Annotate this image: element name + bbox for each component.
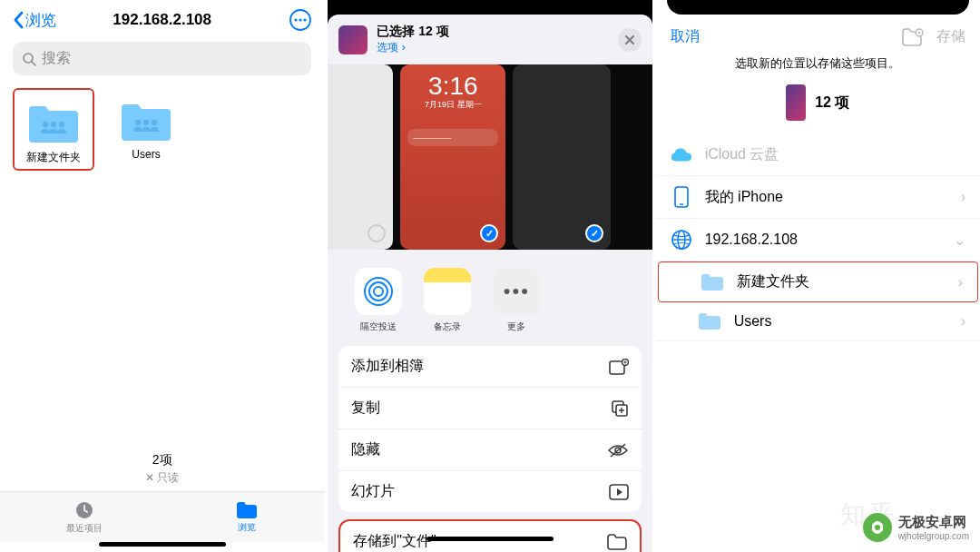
tab-browse[interactable]: 浏览: [236, 501, 258, 534]
chevron-down-icon: ⌄: [954, 232, 965, 249]
new-folder-icon[interactable]: [902, 28, 924, 46]
share-app-more[interactable]: ••• 更多: [493, 268, 540, 333]
home-indicator[interactable]: [99, 542, 226, 547]
location-list: iCloud 云盘 我的 iPhone › 192.168.2.108 ⌄ 新建…: [656, 133, 980, 341]
save-header: 取消 存储: [656, 15, 980, 55]
page-title: 192.168.2.108: [113, 11, 211, 29]
item-count: 2项: [0, 452, 324, 468]
chevron-right-icon: ›: [958, 274, 963, 291]
chevron-left-icon: [13, 11, 24, 29]
album-icon: [609, 359, 629, 375]
share-actions: 添加到相簿 复制 隐藏 幻灯片: [338, 346, 641, 512]
svg-point-8: [59, 122, 64, 127]
svg-point-10: [143, 120, 149, 125]
action-add-to-album[interactable]: 添加到相簿: [338, 346, 641, 388]
readonly-badge: ✕ 只读: [0, 470, 324, 486]
svg-point-6: [43, 122, 48, 127]
preview-item[interactable]: ✓: [513, 64, 611, 250]
save-button-group: 存储: [902, 27, 965, 46]
location-server[interactable]: 192.168.2.108 ⌄: [656, 219, 980, 261]
selection-check-icon[interactable]: [368, 224, 386, 242]
location-newfolder[interactable]: 新建文件夹 ›: [658, 261, 978, 302]
action-hide[interactable]: 隐藏: [338, 429, 641, 471]
back-button[interactable]: 浏览: [13, 10, 56, 31]
watermark-url: wjhotelgroup.com: [898, 531, 969, 541]
close-button[interactable]: [618, 28, 642, 52]
tab-bar: 最近项目 浏览: [0, 491, 324, 542]
item-count: 12 项: [815, 94, 849, 113]
shared-folder-icon: [27, 103, 80, 144]
save-button[interactable]: 存储: [936, 27, 965, 46]
folder-grid: 新建文件夹 Users: [0, 88, 324, 171]
more-icon[interactable]: [289, 9, 311, 31]
svg-point-13: [374, 287, 383, 296]
close-icon: [624, 34, 635, 45]
svg-point-11: [152, 120, 157, 125]
share-apps-row: 隔空投送 备忘录 ••• 更多: [328, 250, 652, 346]
share-sheet: 已选择 12 项 选项 › 3:16 7月19日 星期一 ―――――― ✓: [328, 15, 652, 552]
status-bar: [328, 0, 652, 15]
lockscreen-notification: ――――――: [407, 129, 498, 146]
folder-icon: [236, 501, 258, 519]
item-summary: 12 项: [656, 84, 980, 121]
options-link[interactable]: 选项 ›: [377, 40, 608, 55]
eye-slash-icon: [607, 442, 629, 458]
save-subtitle: 选取新的位置以存储这些项目。: [656, 55, 980, 72]
sheet-header: 已选择 12 项 选项 ›: [328, 15, 652, 64]
watermark: 无极安卓网 wjhotelgroup.com: [862, 512, 969, 543]
share-app-notes[interactable]: 备忘录: [424, 268, 471, 333]
nav-header: 浏览 192.168.2.108: [0, 0, 324, 36]
location-icloud: iCloud 云盘: [656, 133, 980, 176]
search-placeholder: 搜索: [42, 49, 71, 68]
ellipsis-icon: •••: [493, 268, 540, 315]
preview-item[interactable]: [328, 64, 393, 250]
iphone-icon: [674, 186, 689, 208]
svg-point-14: [369, 282, 387, 301]
action-copy[interactable]: 复制: [338, 388, 641, 429]
phone-share-sheet: 已选择 12 项 选项 › 3:16 7月19日 星期一 ―――――― ✓: [328, 0, 652, 552]
status-bar: [667, 0, 969, 15]
lockscreen-time: 3:16: [400, 72, 505, 101]
action-save-to-files[interactable]: 存储到"文件": [338, 519, 641, 552]
lockscreen-date: 7月19日 星期一: [400, 99, 505, 111]
svg-point-7: [51, 122, 56, 127]
svg-point-30: [875, 525, 880, 530]
play-icon: [609, 484, 629, 500]
svg-point-9: [135, 120, 141, 125]
selection-thumb: [338, 25, 368, 54]
action-slideshow[interactable]: 幻灯片: [338, 471, 641, 512]
selection-count: 已选择 12 项: [377, 24, 608, 40]
shared-folder-icon: [120, 101, 172, 143]
phone-files-browser: 浏览 192.168.2.108 搜索 新建文件夹 Users 2项 ✕ 只读 …: [0, 0, 324, 552]
sheet-header-text: 已选择 12 项 选项 ›: [377, 24, 608, 55]
airdrop-icon: [363, 276, 394, 307]
cloud-icon: [671, 146, 692, 163]
tab-recent[interactable]: 最近项目: [66, 500, 103, 535]
folder-item[interactable]: 新建文件夹: [13, 88, 94, 171]
home-indicator[interactable]: [426, 537, 554, 541]
selection-check-icon[interactable]: ✓: [480, 224, 498, 242]
watermark-title: 无极安卓网: [898, 514, 966, 529]
photo-preview-strip[interactable]: 3:16 7月19日 星期一 ―――――― ✓ ✓: [328, 64, 652, 250]
svg-point-3: [304, 18, 307, 21]
preview-item[interactable]: 3:16 7月19日 星期一 ―――――― ✓: [400, 64, 505, 250]
svg-line-5: [32, 62, 35, 65]
cancel-button[interactable]: 取消: [671, 27, 700, 46]
folder-item[interactable]: Users: [105, 88, 187, 171]
folder-label: 新建文件夹: [15, 150, 93, 165]
globe-icon: [671, 229, 692, 251]
watermark-logo-icon: [862, 512, 893, 543]
location-iphone[interactable]: 我的 iPhone ›: [656, 176, 980, 219]
bottom-area: 2项 ✕ 只读 最近项目 浏览: [0, 452, 324, 552]
back-label: 浏览: [25, 10, 56, 31]
location-users[interactable]: Users ›: [656, 302, 980, 341]
svg-point-1: [295, 18, 298, 21]
svg-point-2: [299, 18, 302, 21]
chevron-right-icon: ›: [961, 313, 965, 330]
notes-icon: [424, 268, 471, 315]
folder-icon: [698, 312, 721, 330]
selection-check-icon[interactable]: ✓: [585, 224, 603, 242]
search-input[interactable]: 搜索: [13, 42, 311, 75]
folder-label: Users: [105, 148, 187, 161]
share-app-airdrop[interactable]: 隔空投送: [355, 268, 402, 333]
